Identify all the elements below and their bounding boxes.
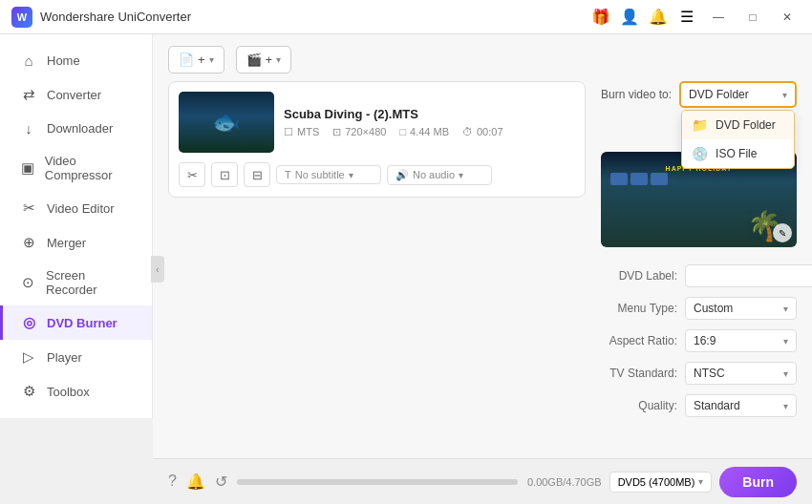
sidebar-item-video-compressor[interactable]: ▣ Video Compressor — [0, 145, 152, 191]
add-media-button[interactable]: 🎬 + ▾ — [236, 46, 292, 74]
notification-icon[interactable]: 🔔 — [186, 472, 205, 491]
audio-selector[interactable]: 🔊 No audio ▾ — [387, 165, 492, 185]
aspect-ratio-chevron-icon: ▾ — [783, 336, 788, 346]
sidebar-collapse-button[interactable]: ‹ — [151, 256, 164, 283]
format-value: MTS — [297, 126, 319, 137]
sidebar-item-dvd-burner[interactable]: ◎ DVD Burner — [0, 305, 152, 340]
file-info: Scuba Diving - (2).MTS ☐ MTS ⊡ 720×480 — [284, 107, 575, 138]
add-file-label: + — [198, 52, 205, 67]
sidebar-item-merger[interactable]: ⊕ Merger — [0, 225, 152, 260]
sidebar-label-home: Home — [47, 53, 80, 68]
help-icon[interactable]: ? — [168, 472, 177, 491]
audio-chevron-icon: ▾ — [459, 170, 463, 180]
add-file-button[interactable]: 📄 + ▾ — [168, 46, 224, 74]
tv-standard-select[interactable]: NTSC ▾ — [685, 362, 797, 385]
subtitle-icon: T — [285, 169, 291, 180]
sidebar-label-toolbox: Toolbox — [47, 385, 90, 399]
menu-type-chevron-icon: ▾ — [783, 304, 788, 314]
maximize-button[interactable]: □ — [739, 7, 766, 28]
dropdown-option-dvd-folder[interactable]: 📁 DVD Folder — [682, 111, 794, 139]
resolution-value: 720×480 — [345, 126, 386, 137]
add-media-icon: 🎬 — [246, 52, 262, 67]
footer-bar: ? 🔔 ↺ 0.00GB/4.70GB DVD5 (4700MB) ▾ Burn — [153, 458, 812, 504]
sidebar-label-merger: Merger — [47, 236, 86, 250]
right-panel: Burn video to: DVD Folder ▾ 📁 DVD Folder… — [601, 81, 797, 458]
tv-standard-chevron-icon: ▾ — [783, 368, 788, 379]
audio-value: No audio — [413, 169, 455, 180]
close-button[interactable]: ✕ — [774, 7, 801, 28]
cut-button[interactable]: ✂ — [179, 162, 205, 187]
preview-icons — [610, 173, 668, 185]
dvd-folder-label: DVD Folder — [716, 118, 776, 132]
dvd5-label: DVD5 (4700MB) — [618, 476, 695, 488]
fish-icon: 🐟 — [212, 109, 241, 136]
crop-button[interactable]: ⊡ — [211, 162, 238, 187]
content-body: 🐟 Scuba Diving - (2).MTS ☐ MTS — [153, 81, 812, 458]
subtitle-value: No subtitle — [295, 169, 345, 180]
burn-to-row: Burn video to: DVD Folder ▾ 📁 DVD Folder… — [601, 81, 797, 108]
dvd-label-input[interactable] — [685, 264, 812, 287]
sidebar-item-home[interactable]: ⌂ Home — [0, 44, 152, 77]
aspect-ratio-select[interactable]: 16:9 ▾ — [685, 329, 797, 352]
dropdown-option-iso-file[interactable]: 💿 ISO File — [682, 139, 794, 168]
iso-file-label: ISO File — [716, 147, 757, 160]
bell-icon[interactable]: 🔔 — [648, 7, 669, 28]
quality-select[interactable]: Standard ▾ — [685, 394, 797, 417]
size-icon: □ — [399, 126, 406, 137]
preview-icon-1 — [610, 173, 628, 185]
merger-icon: ⊕ — [20, 234, 37, 251]
sidebar-item-downloader[interactable]: ↓ Downloader — [0, 112, 152, 145]
minimize-button[interactable]: — — [705, 7, 732, 28]
file-format: ☐ MTS — [284, 126, 319, 138]
dvd5-chevron-icon: ▾ — [698, 476, 703, 487]
toolbox-icon: ⚙ — [20, 383, 37, 400]
resolution-icon: ⊡ — [332, 126, 341, 138]
burn-button[interactable]: Burn — [719, 467, 797, 497]
burn-to-dropdown[interactable]: DVD Folder ▾ 📁 DVD Folder 💿 ISO File — [679, 81, 797, 108]
dvd-label-label: DVD Label: — [601, 269, 677, 283]
burn-to-dropdown-menu: 📁 DVD Folder 💿 ISO File — [681, 110, 795, 169]
menu-type-select[interactable]: Custom ▾ — [685, 297, 797, 320]
footer-icons: ? 🔔 ↺ — [168, 472, 227, 491]
feedback-icon[interactable]: ↺ — [215, 472, 227, 491]
aspect-ratio-row: Aspect Ratio: 16:9 ▾ — [601, 329, 797, 352]
quality-row: Quality: Standard ▾ — [601, 394, 797, 417]
sidebar-label-dvd-burner: DVD Burner — [47, 316, 118, 330]
sidebar-item-video-editor[interactable]: ✂ Video Editor — [0, 191, 152, 225]
main-layout: ⌂ Home ⇄ Converter ↓ Downloader ▣ Video … — [0, 34, 812, 504]
duration-icon: ⏱ — [462, 126, 473, 137]
subtitle-selector[interactable]: T No subtitle ▾ — [276, 165, 381, 184]
add-media-label: + — [266, 52, 273, 67]
iso-file-icon: 💿 — [692, 146, 708, 161]
sidebar-item-player[interactable]: ▷ Player — [0, 340, 152, 374]
file-card-top: 🐟 Scuba Diving - (2).MTS ☐ MTS — [179, 92, 575, 153]
sidebar-item-converter[interactable]: ⇄ Converter — [0, 77, 152, 112]
preview-edit-button[interactable]: ✎ — [773, 223, 792, 242]
quality-chevron-icon: ▾ — [783, 401, 788, 411]
gift-icon[interactable]: 🎁 — [590, 7, 611, 28]
subtitle-chevron-icon: ▾ — [349, 170, 353, 180]
file-thumbnail: 🐟 — [179, 92, 274, 153]
sidebar-wrapper: ⌂ Home ⇄ Converter ↓ Downloader ▣ Video … — [0, 34, 153, 504]
sidebar: ⌂ Home ⇄ Converter ↓ Downloader ▣ Video … — [0, 34, 153, 418]
dvd5-selector[interactable]: DVD5 (4700MB) ▾ — [609, 472, 713, 493]
file-duration: ⏱ 00:07 — [462, 126, 503, 137]
app-title: Wondershare UniConverter — [40, 10, 191, 24]
sidebar-item-toolbox[interactable]: ⚙ Toolbox — [0, 374, 152, 409]
title-bar-icons: 🎁 👤 🔔 ☰ — □ ✕ — [590, 7, 801, 28]
footer-right: 0.00GB/4.70GB DVD5 (4700MB) ▾ Burn — [527, 467, 797, 497]
effects-button[interactable]: ⊟ — [244, 162, 270, 187]
tv-standard-label: TV Standard: — [601, 367, 677, 380]
menu-icon[interactable]: ☰ — [676, 7, 697, 28]
title-bar: W Wondershare UniConverter 🎁 👤 🔔 ☰ — □ ✕ — [0, 0, 812, 34]
storage-text: 0.00GB/4.70GB — [527, 476, 602, 488]
downloader-icon: ↓ — [20, 120, 37, 136]
user-icon[interactable]: 👤 — [619, 7, 640, 28]
footer-left: ? 🔔 ↺ — [168, 472, 227, 491]
aspect-ratio-label: Aspect Ratio: — [601, 334, 677, 347]
quality-value: Standard — [694, 399, 740, 412]
sidebar-label-compressor: Video Compressor — [45, 154, 135, 182]
sidebar-item-screen-recorder[interactable]: ⊙ Screen Recorder — [0, 260, 152, 305]
burn-to-label: Burn video to: — [601, 88, 672, 101]
file-actions: ✂ ⊡ ⊟ T No subtitle ▾ 🔊 No audio ▾ — [179, 158, 575, 187]
